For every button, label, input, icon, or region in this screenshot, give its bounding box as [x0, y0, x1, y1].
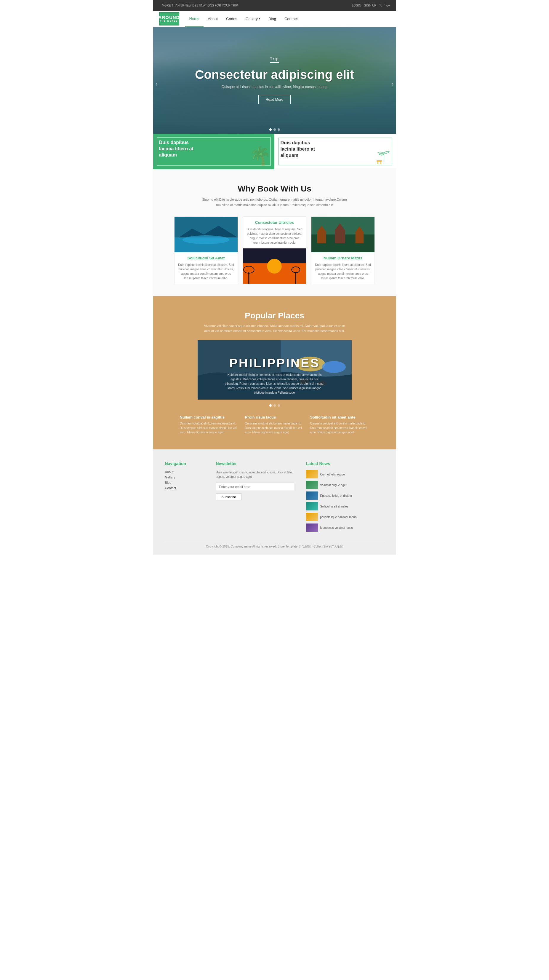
card-item-3: Nullam Ornare Metus Duis dapibus lacinia… — [311, 216, 375, 284]
cards-grid: Sollicitudin Sit Amet Duis dapibus lacin… — [159, 216, 390, 284]
footer-newsletter-title: Newsletter — [216, 461, 294, 466]
hero-label: Trip — [195, 57, 354, 61]
svg-rect-2 — [378, 162, 378, 164]
main-nav: Home About Codes Gallery ▾ Blog Contact — [185, 11, 302, 27]
hero-title: Consectetur adipiscing elit — [195, 68, 354, 82]
popular-banner-country: PHILIPPINES — [202, 356, 347, 370]
footer-news-col: Latest News Cum et felis augue Volutpat … — [306, 461, 384, 532]
nav-contact[interactable]: Contact — [280, 11, 302, 27]
hero-arrows: ‹ › — [153, 80, 396, 88]
hero-label-divider — [270, 62, 279, 63]
footer-link-gallery[interactable]: Gallery — [165, 476, 204, 479]
hero-cta-button[interactable]: Read More — [259, 95, 290, 104]
why-book-title: Why Book With Us — [159, 184, 390, 194]
hero-dot-2[interactable] — [273, 128, 276, 131]
svg-point-7 — [182, 235, 230, 244]
nav-gallery[interactable]: Gallery ▾ — [241, 11, 264, 27]
svg-rect-17 — [317, 232, 326, 243]
popular-dot-1[interactable] — [269, 404, 272, 407]
news-text-6: Maecenas volutpat lacus — [320, 526, 353, 530]
popular-item-text-2: Quisnam volutpat elit.Lorem malesuada id… — [245, 421, 304, 434]
news-text-4: Sollicult areit at nates — [320, 504, 348, 508]
hero-dot-1[interactable] — [269, 128, 272, 131]
svg-point-10 — [267, 259, 282, 274]
popular-dots — [159, 404, 390, 407]
nav-blog[interactable]: Blog — [264, 11, 280, 27]
hero-prev-arrow[interactable]: ‹ — [155, 80, 158, 88]
hero-next-arrow[interactable]: › — [391, 80, 394, 88]
footer-news-title: Latest News — [306, 461, 384, 466]
popular-item-title-2: Proin risus lacus — [245, 415, 304, 420]
popular-item-2: Proin risus lacus Quisnam volutpat elit.… — [245, 415, 304, 434]
nav-about[interactable]: About — [203, 11, 222, 27]
footer-news-items: Cum et felis augue Volutpat augue aget E… — [306, 470, 384, 532]
header-tagline: MORE THAN 50 NEW DESTINATIONS FOR YOUR T… — [162, 4, 352, 7]
popular-dot-3[interactable] — [278, 404, 280, 407]
feature-card-2: Duis dapibus lacinia libero at aliquam — [274, 134, 396, 169]
footer: Navigation About Gallery Blog Contact Ne… — [153, 449, 396, 555]
popular-banner-background: PHILIPPINES Habitant morbi tristique sen… — [198, 340, 352, 399]
news-thumb-2 — [306, 481, 318, 489]
news-thumb-6 — [306, 523, 318, 532]
card-text-3: Duis dapibus lacinia libero at aliquam. … — [315, 262, 371, 280]
feature-card-1: Duis dapibus lacinia libero at aliquam 🌴 — [153, 134, 274, 169]
why-book-section: Why Book With Us Sinontu elit.Dite neoie… — [153, 169, 396, 296]
news-text-3: Egestiss felius et dictum — [320, 494, 352, 498]
logo-theworld: THE WORLD — [160, 20, 178, 22]
feature-card-title-1: Duis dapibus lacinia libero at aliquam — [159, 140, 201, 158]
popular-item-title-3: Sollicitudin sit amet ante — [310, 415, 370, 420]
svg-rect-21 — [355, 232, 364, 243]
feature-cards-row: Duis dapibus lacinia libero at aliquam 🌴… — [153, 134, 396, 169]
footer-news-item-5: pellentasque habitant monbi — [306, 513, 384, 521]
logo[interactable]: AROUND THE WORLD — [159, 12, 179, 25]
card-body-1: Sollicitudin Sit Amet Duis dapibus lacin… — [175, 252, 238, 284]
gplus-icon[interactable]: g+ — [386, 3, 390, 7]
nav-codes[interactable]: Codes — [222, 11, 241, 27]
card-image-resort — [311, 217, 374, 252]
card-item-1: Sollicitudin Sit Amet Duis dapibus lacin… — [174, 216, 238, 284]
card-image-sunset — [243, 248, 306, 284]
twitter-icon[interactable]: 𝕏 — [379, 3, 382, 7]
auth-links: LOGIN SIGN UP — [352, 4, 376, 7]
card-body-3: Nullam Ornare Metus Duis dapibus lacinia… — [311, 252, 374, 284]
footer-news-item-2: Volutpat augue aget — [306, 481, 384, 489]
login-link[interactable]: LOGIN — [352, 4, 361, 7]
footer-nav-links: About Gallery Blog Contact — [165, 470, 204, 490]
hero-dots — [269, 128, 280, 131]
popular-item-3: Sollicitudin sit amet ante Quisnam volut… — [310, 415, 370, 434]
footer-newsletter-description: Dras sem feugiat ipsum, vitae placerat i… — [216, 470, 294, 479]
footer-link-blog[interactable]: Blog — [165, 481, 204, 484]
footer-news-item-4: Sollicult areit at nates — [306, 502, 384, 511]
newsletter-email-input[interactable] — [216, 483, 294, 491]
signup-link[interactable]: SIGN UP — [364, 4, 376, 7]
hero-section: ‹ › Trip Consectetur adipiscing elit Qui… — [153, 27, 396, 134]
nav-home[interactable]: Home — [185, 11, 204, 27]
popular-dot-2[interactable] — [273, 404, 276, 407]
hero-dot-3[interactable] — [278, 128, 280, 131]
footer-nav-col: Navigation About Gallery Blog Contact — [165, 461, 204, 532]
facebook-icon[interactable]: f — [384, 3, 385, 7]
feature-card-title-2: Duis dapibus lacinia libero at aliquam — [281, 140, 322, 158]
logo-around: AROUND — [159, 15, 180, 20]
footer-news-item-6: Maecenas volutpat lacus — [306, 523, 384, 532]
popular-banner-description: Habitant morbi tristique senectus et net… — [224, 372, 325, 395]
news-thumb-4 — [306, 502, 318, 511]
beach-chair-icon — [375, 150, 393, 166]
why-book-description: Sinontu elit.Dite neoieraque artic non l… — [201, 197, 349, 207]
news-thumb-3 — [306, 492, 318, 500]
footer-news-item-1: Cum et felis augue — [306, 470, 384, 479]
svg-rect-3 — [381, 162, 381, 164]
popular-description: Vivamus efficitur scelerisque elit nec o… — [201, 323, 349, 333]
card-text-2: Duis dapibus lacinia libero at aliquam. … — [246, 227, 303, 245]
popular-title: Popular Places — [159, 311, 390, 320]
svg-rect-19 — [335, 230, 345, 243]
news-thumb-5 — [306, 513, 318, 521]
card-image-cliff — [175, 217, 238, 252]
card-title-1: Sollicitudin Sit Amet — [178, 256, 234, 260]
footer-nav-title: Navigation — [165, 461, 204, 466]
footer-link-about[interactable]: About — [165, 470, 204, 474]
footer-link-contact[interactable]: Contact — [165, 486, 204, 490]
news-text-5: pellentasque habitant monbi — [320, 515, 357, 519]
footer-bottom: Copyright © 2015. Company name All right… — [165, 541, 384, 549]
subscribe-button[interactable]: Subscribe — [216, 493, 242, 500]
